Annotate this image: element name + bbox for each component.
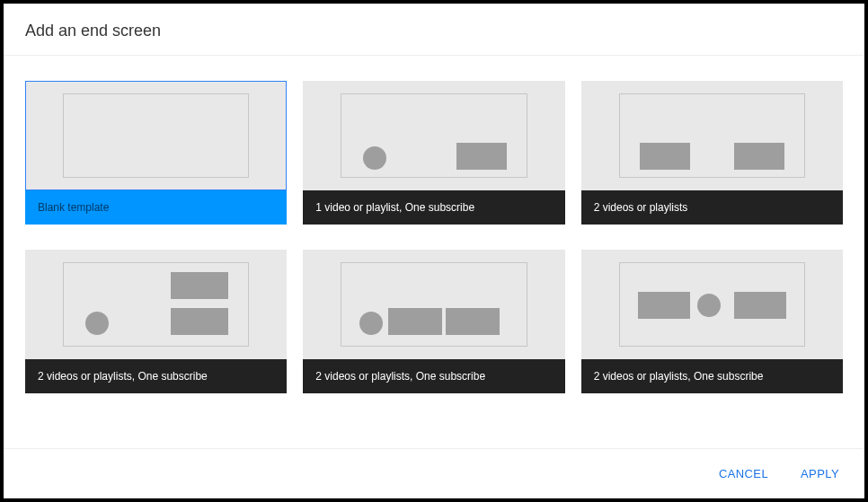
template-card[interactable]: 2 videos or playlists bbox=[581, 81, 843, 225]
video-rect-icon bbox=[734, 292, 786, 319]
template-preview bbox=[25, 250, 287, 359]
template-preview bbox=[303, 250, 564, 359]
dialog-footer: CANCEL APPLY bbox=[4, 448, 864, 498]
template-card[interactable]: 1 video or playlist, One subscribe bbox=[303, 81, 564, 225]
template-preview bbox=[581, 81, 843, 190]
preview-frame bbox=[63, 262, 249, 347]
subscribe-icon bbox=[697, 294, 721, 317]
template-card[interactable]: Blank template bbox=[25, 81, 287, 225]
preview-frame bbox=[619, 93, 805, 178]
template-preview bbox=[25, 81, 287, 190]
apply-button[interactable]: APPLY bbox=[797, 462, 843, 486]
template-grid: Blank template1 video or playlist, One s… bbox=[25, 81, 843, 393]
video-rect-icon bbox=[456, 143, 507, 170]
video-rect-icon bbox=[446, 308, 500, 335]
template-label: 2 videos or playlists, One subscribe bbox=[581, 359, 843, 393]
subscribe-icon bbox=[363, 146, 386, 170]
subscribe-icon bbox=[359, 312, 383, 335]
template-label: Blank template bbox=[25, 190, 287, 225]
template-preview bbox=[581, 250, 843, 359]
dialog-body: Blank template1 video or playlist, One s… bbox=[4, 56, 864, 448]
dialog-title: Add an end screen bbox=[25, 22, 843, 40]
template-label: 1 video or playlist, One subscribe bbox=[303, 190, 564, 225]
video-rect-icon bbox=[640, 143, 690, 170]
video-rect-icon bbox=[388, 308, 442, 335]
template-label: 2 videos or playlists bbox=[581, 190, 843, 225]
subscribe-icon bbox=[85, 312, 109, 335]
template-card[interactable]: 2 videos or playlists, One subscribe bbox=[25, 250, 287, 393]
cancel-button[interactable]: CANCEL bbox=[715, 462, 772, 486]
preview-frame bbox=[341, 93, 527, 178]
video-rect-icon bbox=[171, 272, 228, 299]
preview-frame bbox=[619, 262, 805, 347]
template-preview bbox=[303, 81, 564, 190]
preview-frame bbox=[341, 262, 527, 347]
dialog-header: Add an end screen bbox=[4, 4, 864, 56]
template-label: 2 videos or playlists, One subscribe bbox=[25, 359, 287, 393]
video-rect-icon bbox=[734, 143, 784, 170]
template-card[interactable]: 2 videos or playlists, One subscribe bbox=[581, 250, 843, 393]
preview-frame bbox=[63, 93, 249, 178]
template-card[interactable]: 2 videos or playlists, One subscribe bbox=[303, 250, 564, 393]
video-rect-icon bbox=[638, 292, 690, 319]
end-screen-dialog: Add an end screen Blank template1 video … bbox=[4, 4, 864, 498]
template-label: 2 videos or playlists, One subscribe bbox=[303, 359, 564, 393]
video-rect-icon bbox=[171, 308, 228, 335]
